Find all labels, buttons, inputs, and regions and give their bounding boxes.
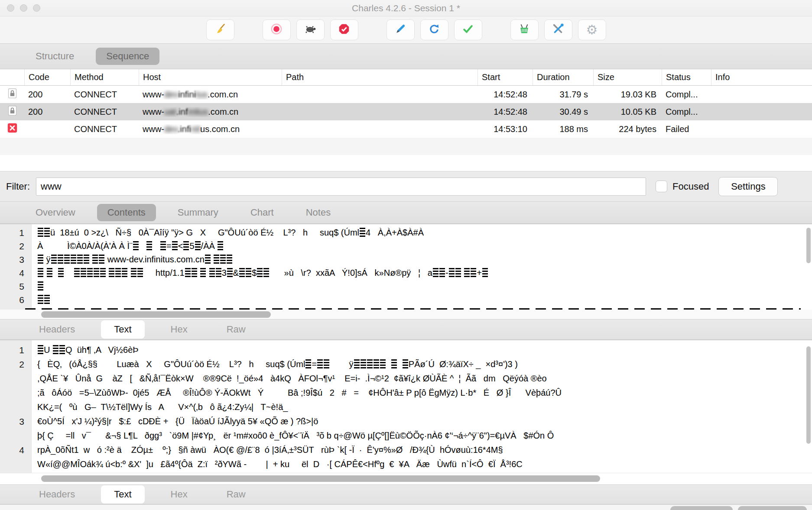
line-number: 5 (0, 280, 31, 293)
tab-headers[interactable]: Headers (26, 320, 88, 339)
binary-line: { ÈQ‚ (óÅ¿§§ Luæà X G"ÔUú´òö É½ L³? h su… (31, 357, 812, 371)
cell-start: 14:52:48 (477, 90, 533, 100)
column-status[interactable]: Status (662, 69, 711, 85)
tab-text[interactable]: Text (101, 320, 144, 339)
request-vertical-scrollbar-thumb[interactable] (806, 228, 811, 263)
response-vertical-scrollbar-thumb[interactable] (806, 346, 811, 444)
wrench-screwdriver-icon (552, 23, 565, 37)
binary-line: ,QÅE `¥ Ûnå G àZ [ &Ñ‚å!¯Ëòk×W ®®9Cë !_ö… (31, 371, 812, 386)
tab-structure[interactable]: Structure (25, 48, 84, 65)
table-row[interactable]: CONNECT www-dev.infinitus.com.cn 14:53:1… (0, 120, 812, 138)
focused-label: Focused (672, 181, 709, 192)
toolbar: ⚙ (0, 16, 812, 43)
tab-notes[interactable]: Notes (296, 204, 341, 221)
cell-code: 200 (24, 90, 70, 100)
focused-checkbox[interactable] (656, 181, 667, 192)
basket-icon (518, 23, 531, 37)
redacted-text: tus (196, 90, 208, 99)
column-start[interactable]: Start (477, 69, 533, 85)
column-duration[interactable]: Duration (533, 69, 593, 85)
close-window-button[interactable] (7, 4, 14, 12)
binary-line: ü 18±ú 0 >z¿\ Ñ÷§ 0À¯Aîíÿ "ÿ> G X G"ÔUú´… (31, 226, 424, 239)
cell-size: 10.05 KB (593, 107, 662, 117)
cell-host: www-uat.infinitus.com.cn (139, 107, 282, 117)
turtle-icon (304, 23, 317, 37)
binary-line: rpÀ_0õÑt1 w ó :²è ä ZÓµ± º;} §ñ àwü ÀO(€… (31, 443, 812, 457)
binary-line: þ{ Ç =ll v¯ &¬§ L¶L ðgg³ `ö9M |#¢Yp¸ ër … (31, 429, 812, 443)
breakpoint-check-icon (338, 23, 351, 37)
line-number: 1 (0, 343, 31, 357)
cell-status: Compl... (662, 90, 711, 100)
column-info[interactable]: Info (711, 69, 812, 85)
cell-code: 200 (24, 107, 70, 117)
tab-hex[interactable]: Hex (158, 320, 201, 339)
refresh-icon (428, 23, 441, 37)
column-path[interactable]: Path (282, 69, 477, 85)
cell-duration: 31.79 s (533, 90, 593, 100)
binary-line: KK¿=( ºù G– T\½Tël]Wy Ís A V×^(‚b ô ã¿4:… (31, 400, 812, 414)
binary-line (31, 293, 50, 307)
tab-summary[interactable]: Summary (167, 204, 229, 221)
lock-icon (6, 87, 18, 101)
line-number: 2 (0, 357, 31, 414)
tab-raw[interactable]: Raw (214, 485, 259, 504)
throttle-button[interactable] (296, 19, 325, 40)
settings-toolbar-button[interactable]: ⚙ (578, 19, 606, 40)
binary-line (31, 280, 44, 293)
request-body-tabs: Headers Text Hex Raw (0, 319, 812, 340)
binary-line: http/1.1 3&$ »ù \r? xxãA Ý!0]sÁ k»Nø®pÿ … (31, 266, 488, 280)
scrollbar-thumb[interactable] (41, 475, 600, 482)
cell-status: Failed (662, 124, 711, 134)
zoom-window-button[interactable] (33, 4, 40, 12)
compose-button[interactable] (387, 19, 415, 40)
tab-chart[interactable]: Chart (240, 204, 284, 221)
tools-button[interactable] (510, 19, 539, 40)
validate-button[interactable] (454, 19, 482, 40)
response-horizontal-scrollbar[interactable] (0, 473, 812, 484)
detail-tabs: Overview Contents Summary Chart Notes (0, 201, 812, 224)
tab-headers[interactable]: Headers (26, 485, 88, 504)
line-number: 4 (0, 266, 31, 280)
record-button[interactable] (263, 19, 291, 40)
tab-contents[interactable]: Contents (97, 204, 156, 221)
minimize-window-button[interactable] (20, 4, 27, 12)
cell-duration: 188 ms (533, 124, 593, 134)
redacted-text: nit (191, 124, 200, 134)
line-number: 3 (0, 414, 31, 443)
binary-line: À Ì©À0À/À(À'À À Ì¨ =<5/ÀÀ (31, 239, 224, 253)
column-method[interactable]: Method (70, 69, 139, 85)
breakpoints-indicator-button[interactable]: Breakpoints (738, 506, 807, 510)
column-code[interactable]: Code (24, 69, 70, 85)
cell-size: 19.03 KB (593, 90, 662, 100)
binary-line: ;ã ôÁóö =5–\ZùôWÞ- 0jé5 ÆÅ ®Î!ùÔ® Ý-ÄOkW… (31, 386, 812, 400)
tab-overview[interactable]: Overview (25, 204, 86, 221)
breakpoints-toolbar-button[interactable] (330, 19, 358, 40)
cell-method: CONNECT (70, 124, 139, 134)
tab-sequence[interactable]: Sequence (96, 48, 159, 65)
tab-text[interactable]: Text (101, 485, 144, 504)
external-tools-button[interactable] (544, 19, 572, 40)
redacted-text: dev (164, 124, 178, 134)
table-row-selected[interactable]: 200 CONNECT www-uat.infinitus.com.cn 14:… (0, 103, 812, 120)
repeat-button[interactable] (420, 19, 448, 40)
cell-duration: 30.49 s (533, 107, 593, 117)
column-host[interactable]: Host (139, 69, 282, 85)
table-row[interactable]: 200 CONNECT www-devinfinitus.com.cn 14:5… (0, 86, 812, 103)
redacted-text: uat (164, 107, 176, 116)
column-size[interactable]: Size (593, 69, 662, 85)
clear-session-button[interactable] (206, 19, 234, 40)
tab-raw[interactable]: Raw (214, 320, 259, 339)
scrollbar-thumb[interactable] (41, 311, 271, 318)
table-empty-area (0, 155, 812, 171)
filter-bar: Filter: Focused Settings (0, 171, 812, 201)
line-number: 4 (0, 443, 31, 471)
binary-line: W«í@@MÎOák¾ ú<b:º &X' ]u £ã4º{Ôä Z:ï ²ðY… (31, 457, 812, 471)
line-number: 3 (0, 253, 31, 266)
cell-size: 224 bytes (593, 124, 662, 134)
recording-indicator-button[interactable]: Recording (670, 506, 733, 510)
record-icon (270, 23, 283, 37)
request-horizontal-scrollbar[interactable] (0, 310, 812, 319)
filter-input[interactable] (36, 178, 646, 196)
tab-hex[interactable]: Hex (158, 485, 201, 504)
settings-button[interactable]: Settings (718, 177, 778, 196)
